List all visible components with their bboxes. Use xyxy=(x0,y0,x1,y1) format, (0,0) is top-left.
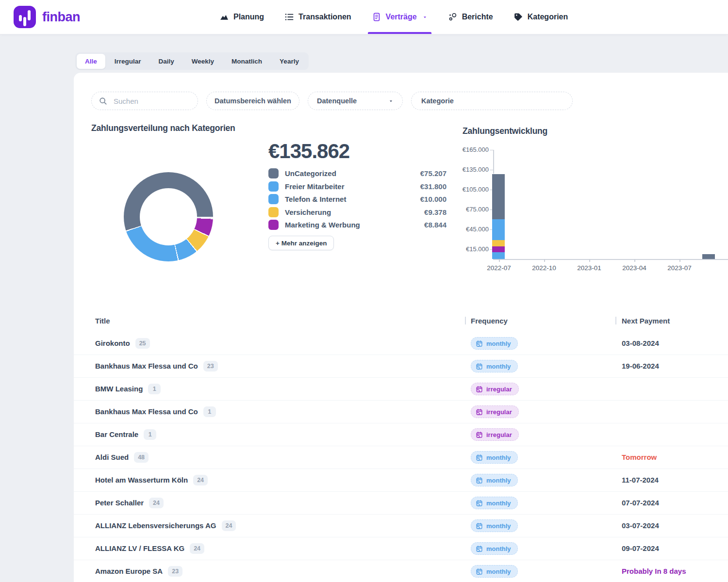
nav-item[interactable]: Kategorien xyxy=(513,0,568,34)
category-donut-chart[interactable] xyxy=(124,172,213,261)
nav-item-label: Transaktionen xyxy=(298,13,351,21)
frequency-tab[interactable]: Daily xyxy=(150,54,182,69)
bar-segment xyxy=(492,174,505,219)
brand-logo[interactable]: finban xyxy=(14,6,80,28)
contract-count-badge: 23 xyxy=(168,566,182,577)
frequency-badge[interactable]: monthly xyxy=(471,519,518,532)
frequency-label: monthly xyxy=(486,522,511,530)
frequency-tab[interactable]: Yearly xyxy=(271,54,307,69)
table-row[interactable]: BMW Leasing 1 irregular xyxy=(74,378,728,401)
payment-development-chart[interactable]: €15.000€45.000€75.000€105.000€135.000€16… xyxy=(414,146,728,276)
date-range-label: Datumsbereich wählen xyxy=(215,97,291,105)
frequency-badge[interactable]: monthly xyxy=(471,542,518,555)
frequency-filter-tabs: Alle Irregular Daily Weekly Monatlich Ye… xyxy=(75,52,309,70)
legend-color-swatch xyxy=(268,168,279,178)
contract-count-badge: 1 xyxy=(148,384,161,394)
contract-count-badge: 23 xyxy=(203,361,218,372)
legend-label: Versicherung xyxy=(285,208,424,216)
x-axis-tick xyxy=(544,259,545,262)
table-row[interactable]: ALLIANZ Lebensversicherungs AG 24 monthl… xyxy=(74,515,728,537)
table-row[interactable]: Peter Schaller 24 monthly 07-07-2024 xyxy=(74,492,728,515)
nav-item-label: Planung xyxy=(233,13,264,21)
calendar-refresh-icon xyxy=(476,340,483,347)
table-row[interactable]: Bar Centrale 1 irregular xyxy=(74,423,728,446)
data-source-filter[interactable]: Datenquelle xyxy=(308,92,403,110)
contract-title: Amazon Europe SA xyxy=(95,567,163,575)
nav-item[interactable]: Berichte xyxy=(448,0,493,34)
table-row[interactable]: Hotel am Wasserturm Köln 24 monthly 11-0… xyxy=(74,469,728,492)
calendar-refresh-icon xyxy=(476,454,483,461)
show-more-button[interactable]: + Mehr anzeigen xyxy=(268,236,334,250)
category-filter[interactable]: Kategorie xyxy=(411,92,573,110)
calendar-refresh-icon xyxy=(476,500,483,507)
frequency-tab[interactable]: Alle xyxy=(77,54,105,69)
y-axis-label: €105.000 xyxy=(414,186,489,193)
next-payment-date: 09-07-2024 xyxy=(622,544,659,552)
frequency-tab[interactable]: Irregular xyxy=(106,54,149,69)
frequency-badge[interactable]: monthly xyxy=(471,565,518,578)
calendar-refresh-icon xyxy=(476,363,483,370)
contract-count-badge: 24 xyxy=(190,543,204,554)
calendar-refresh-icon xyxy=(476,568,483,575)
contract-title: Aldi Sued xyxy=(95,453,129,461)
caret-down-icon xyxy=(388,98,394,104)
frequency-badge[interactable]: monthly xyxy=(471,451,518,464)
frequency-label: monthly xyxy=(486,454,511,461)
frequency-badge[interactable]: irregular xyxy=(471,428,519,441)
frequency-badge[interactable]: monthly xyxy=(471,474,518,486)
frequency-label: irregular xyxy=(486,408,512,416)
frequency-badge[interactable]: monthly xyxy=(471,337,518,350)
y-axis-tick xyxy=(490,170,493,171)
next-payment-date: 07-07-2024 xyxy=(622,499,659,507)
search-input[interactable] xyxy=(113,97,182,106)
bar-segment xyxy=(492,240,505,246)
legend-color-swatch xyxy=(268,181,279,192)
legend-color-swatch xyxy=(268,220,279,230)
table-row[interactable]: Amazon Europe SA 23 monthly Probably In … xyxy=(74,560,728,582)
column-header-frequency: Frequency xyxy=(471,317,508,325)
table-row[interactable]: Aldi Sued 48 monthly Tomorrow xyxy=(74,446,728,469)
frequency-badge[interactable]: irregular xyxy=(471,383,519,395)
nav-item[interactable]: Verträge xyxy=(372,0,428,34)
data-source-label: Datenquelle xyxy=(317,97,357,105)
date-range-filter[interactable]: Datumsbereich wählen xyxy=(206,92,299,110)
column-divider xyxy=(465,317,466,324)
bar-segment xyxy=(702,254,715,259)
legend-color-swatch xyxy=(268,194,279,204)
nav-item[interactable]: Planung xyxy=(219,0,264,34)
frequency-tab[interactable]: Monatlich xyxy=(223,54,270,69)
nav-item-label: Verträge xyxy=(386,13,417,21)
search-icon xyxy=(99,97,108,106)
contract-count-badge: 25 xyxy=(135,338,150,349)
table-row[interactable]: Girokonto 25 monthly 03-08-2024 xyxy=(74,332,728,355)
y-axis-label: €135.000 xyxy=(414,166,489,173)
frequency-tab[interactable]: Weekly xyxy=(183,54,222,69)
x-axis-label: 2023-04 xyxy=(612,264,656,272)
frequency-badge[interactable]: monthly xyxy=(471,360,518,372)
table-row[interactable]: Bankhaus Max Flessa und Co 23 monthly 19… xyxy=(74,355,728,378)
table-row[interactable]: ALLIANZ LV / FLESSA KG 24 monthly 09-07-… xyxy=(74,537,728,560)
table-row[interactable]: Bankhaus Max Flessa und Co 1 irregular xyxy=(74,401,728,423)
frequency-label: monthly xyxy=(486,363,511,370)
frequency-badge[interactable]: monthly xyxy=(471,497,518,509)
contract-title: Girokonto xyxy=(95,339,130,347)
nav-item[interactable]: Transaktionen xyxy=(284,0,351,34)
column-header-title: Title xyxy=(95,317,110,325)
table-header: Title Frequency Next Payment xyxy=(74,315,728,330)
x-axis-label: 2023-07 xyxy=(658,264,701,272)
contract-title: Bankhaus Max Flessa und Co xyxy=(95,407,198,416)
legend-label: Marketing & Werbung xyxy=(285,221,424,229)
nav-item-label: Berichte xyxy=(462,13,493,21)
frequency-badge[interactable]: irregular xyxy=(471,405,519,418)
search-field[interactable] xyxy=(91,92,198,110)
contract-title: Peter Schaller xyxy=(95,499,144,507)
legend-color-swatch xyxy=(268,207,279,217)
total-amount: €135.862 xyxy=(268,140,349,163)
bar-segment xyxy=(492,246,505,252)
contract-count-badge: 24 xyxy=(149,498,164,508)
contract-title: Bankhaus Max Flessa und Co xyxy=(95,362,198,370)
y-axis-label: €15.000 xyxy=(414,245,489,253)
top-navigation-bar: finban Planung Transaktionen Verträge xyxy=(0,0,728,34)
calendar-refresh-icon xyxy=(476,386,483,393)
area-chart-icon xyxy=(219,12,229,22)
